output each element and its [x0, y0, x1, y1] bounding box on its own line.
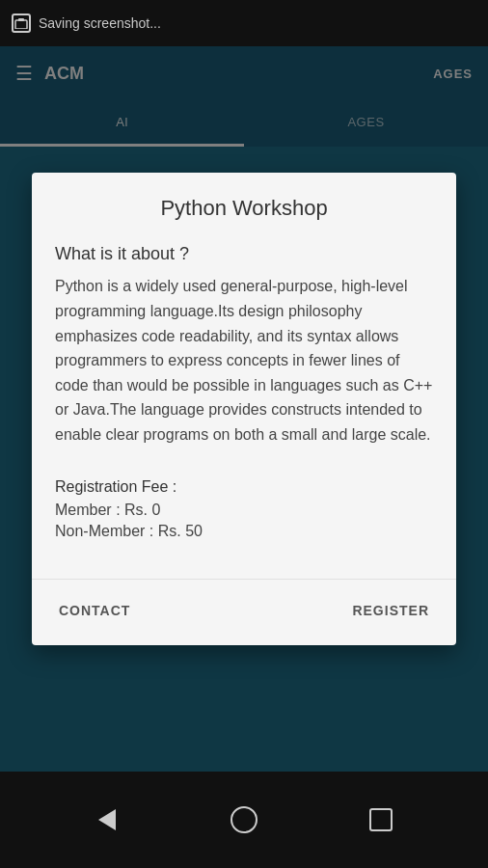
- svg-rect-0: [15, 20, 27, 29]
- dialog-actions: CONTACT REGISTER: [32, 579, 456, 645]
- screenshot-icon: [12, 14, 31, 33]
- dialog-overlay: Python Workshop What is it about ? Pytho…: [0, 46, 488, 772]
- dialog-content: What is it about ? Python is a widely us…: [32, 236, 456, 570]
- contact-button[interactable]: CONTACT: [55, 595, 134, 626]
- non-member-fee: Non-Member : Rs. 50: [55, 523, 433, 540]
- registration-section: Registration Fee : Member : Rs. 0 Non-Me…: [55, 478, 433, 540]
- dialog-section-heading: What is it about ?: [55, 244, 433, 264]
- recent-button[interactable]: [364, 802, 398, 837]
- back-button[interactable]: [90, 802, 124, 837]
- python-workshop-dialog: Python Workshop What is it about ? Pytho…: [32, 173, 456, 644]
- member-fee: Member : Rs. 0: [55, 502, 433, 519]
- home-icon: [230, 806, 258, 833]
- registration-fee-label: Registration Fee :: [55, 478, 433, 496]
- app-background: ☰ ACM AGES Al AGES Python Workshop What …: [0, 46, 488, 772]
- register-button[interactable]: REGISTER: [348, 595, 433, 626]
- dialog-body-text: Python is a widely used general-purpose,…: [55, 274, 433, 447]
- dialog-title: Python Workshop: [32, 173, 456, 236]
- svg-rect-1: [18, 18, 24, 21]
- recent-icon: [369, 808, 393, 831]
- home-button[interactable]: [227, 802, 261, 837]
- bottom-nav-bar: [0, 772, 488, 868]
- status-bar-text: Saving screenshot...: [39, 15, 161, 31]
- status-bar: Saving screenshot...: [0, 0, 488, 46]
- back-icon: [98, 809, 116, 830]
